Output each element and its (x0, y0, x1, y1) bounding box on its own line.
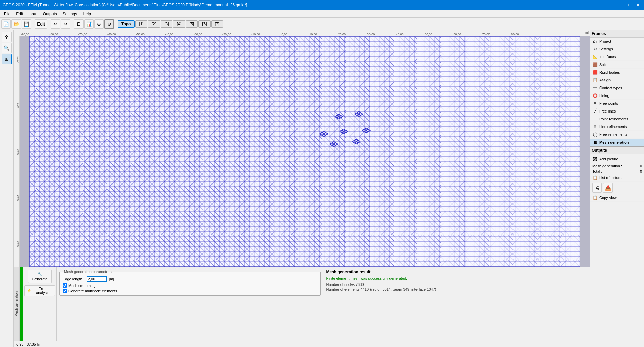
select-button[interactable]: ⊞ (2, 54, 12, 64)
tab-3[interactable]: [3] (161, 20, 172, 28)
ruler-mark-h-16: 70,00 (482, 33, 490, 36)
mesh-generation-label: Mesh generation (599, 140, 629, 144)
outputs-title: Outputs (590, 147, 644, 154)
pan-button[interactable]: ✛ (2, 32, 12, 42)
right-item-free-refinements[interactable]: ◯ Free refinements (590, 131, 644, 139)
lining-icon: ⭕ (592, 93, 598, 98)
frames-title: Frames (590, 30, 644, 38)
title-bar: GEOS 2020 - FEM (Tunnel, Water flow, Con… (0, 0, 644, 10)
edge-length-input[interactable] (87, 276, 107, 282)
tab-4[interactable]: [4] (173, 20, 185, 28)
add-picture-label: Add picture (599, 157, 618, 161)
multinode-checkbox[interactable] (63, 289, 67, 293)
ruler-mark-h-6: -30,00 (194, 33, 202, 36)
edit-button[interactable]: Edit (35, 19, 47, 29)
menu-item-help[interactable]: Help (80, 11, 94, 17)
line-refinements-icon: ⊝ (592, 124, 598, 129)
ruler-mark-h-1: -80,00 (50, 33, 58, 36)
mesh-smoothing-checkbox[interactable] (63, 283, 67, 288)
tab-1[interactable]: [1] (135, 20, 147, 28)
line-refinements-label: Line refinements (599, 125, 627, 129)
ruler-mark-h-9: 0,00 (282, 33, 288, 36)
tab-2[interactable]: [2] (148, 20, 160, 28)
right-item-mesh-generation[interactable]: ▦ Mesh generation (590, 139, 644, 146)
mesh-params-panel: Mesh generation parameters Edge length :… (57, 267, 324, 341)
menu-bar: FileEditInputOutputsSettingsHelp (0, 10, 644, 18)
ruler-mark-h-2: -70,00 (78, 33, 87, 36)
right-item-soils[interactable]: 🟫 Soils (590, 61, 644, 69)
right-item-interfaces[interactable]: 📐 Interfaces (590, 53, 644, 61)
menu-item-input[interactable]: Input (26, 11, 40, 17)
status-bar: 6,93; -37,35 [m] (14, 341, 590, 347)
menu-item-outputs[interactable]: Outputs (40, 11, 60, 17)
canvas[interactable] (20, 36, 590, 267)
canvas-container[interactable]: 10,000,00-10,00-20,00-30,00 (14, 36, 590, 267)
interfaces-label: Interfaces (599, 55, 616, 59)
total-count-row: Total : 0 (590, 169, 644, 174)
stage2-button[interactable]: ⊖ (104, 19, 114, 29)
redo-button[interactable]: ↪ (61, 19, 70, 29)
svg-rect-12 (29, 36, 580, 267)
toolbar-sep-4 (116, 20, 116, 28)
copy-view-item[interactable]: 📋 Copy view (590, 194, 644, 202)
right-item-free-points[interactable]: ✕ Free points (590, 100, 644, 107)
tab-7[interactable]: [7] (211, 20, 223, 28)
generate-button[interactable]: 🔧 Generate (28, 270, 52, 283)
zoom-button[interactable]: 🔍 (2, 43, 12, 53)
add-picture-item[interactable]: 🖼 Add picture (590, 155, 644, 163)
maximize-button[interactable]: □ (626, 2, 633, 8)
right-item-line-refinements[interactable]: ⊝ Line refinements (590, 123, 644, 131)
print-button[interactable]: 🖨 (592, 183, 602, 193)
error-analysis-button[interactable]: ⚡ Error analysis (24, 285, 55, 296)
assign-icon: 📋 (592, 78, 598, 82)
ruler-mark-h-13: 40,00 (396, 33, 404, 36)
lining-label: Lining (599, 94, 609, 98)
menu-item-edit[interactable]: Edit (13, 11, 26, 17)
template-button[interactable]: 🗒 (74, 19, 84, 29)
bottom-buttons: 🔧 Generate ⚡ Error analysis (23, 267, 57, 341)
left-toolbar: ✛ 🔍 ⊞ (0, 30, 14, 347)
open-button[interactable]: 📂 (11, 19, 21, 29)
right-item-lining[interactable]: ⭕ Lining (590, 92, 644, 100)
window-controls: ─ □ ✕ (618, 2, 641, 8)
assign-label: Assign (599, 78, 611, 82)
right-panel: Frames 🗂 Project ⚙ Settings 📐 Interfaces… (590, 30, 644, 347)
stage-button[interactable]: ⊕ (94, 19, 104, 29)
free-refinements-icon: ◯ (592, 132, 598, 137)
mesh-gen-vertical-label: Mesh generation (14, 267, 20, 341)
menu-item-file[interactable]: File (1, 11, 13, 17)
tab-6[interactable]: [6] (198, 20, 210, 28)
mesh-params-legend: Mesh generation parameters (63, 270, 113, 274)
close-button[interactable]: ✕ (635, 2, 641, 8)
tab-5[interactable]: [5] (186, 20, 198, 28)
undo-button[interactable]: ↩ (51, 19, 60, 29)
minimize-button[interactable]: ─ (618, 2, 625, 8)
save-button[interactable]: 💾 (22, 19, 31, 29)
new-button[interactable]: 📄 (1, 19, 11, 29)
toolbar: 📄 📂 💾 Edit ↩ ↪ 🗒 📊 ⊕ ⊖ Topo [1] [2] [3] … (0, 18, 644, 30)
settings-icon: ⚙ (592, 47, 598, 51)
template2-button[interactable]: 📊 (84, 19, 94, 29)
right-item-contact-types[interactable]: 〰 Contact types (590, 84, 644, 92)
tab-topo[interactable]: Topo (118, 20, 135, 28)
list-of-pictures-item[interactable]: 📋 List of pictures (590, 174, 644, 182)
right-item-settings[interactable]: ⚙ Settings (590, 45, 644, 53)
right-item-project[interactable]: 🗂 Project (590, 38, 644, 45)
toolbar-sep-2 (49, 20, 49, 28)
menu-item-settings[interactable]: Settings (60, 11, 80, 17)
export-button[interactable]: 📤 (603, 183, 613, 193)
contact-types-icon: 〰 (592, 85, 598, 90)
right-item-point-refinements[interactable]: ⊕ Point refinements (590, 115, 644, 123)
ruler-mark-h-17: 80,00 (511, 33, 519, 36)
ruler-top: [m] -90,00-80,00-70,00-60,00-50,00-40,00… (14, 30, 590, 36)
right-item-rigid-bodies[interactable]: 🟥 Rigid bodies (590, 69, 644, 76)
result-nodes: Number of nodes 7630 (326, 282, 588, 287)
right-item-assign[interactable]: 📋 Assign (590, 76, 644, 84)
right-item-free-lines[interactable]: ╱ Free lines (590, 107, 644, 115)
ruler-mark-v-3: -20,00 (14, 194, 19, 201)
ruler-mark-h-4: -50,00 (136, 33, 145, 36)
result-elements: Number of elements 4410 (region 3014, be… (326, 287, 588, 291)
ruler-mark-h-12: 30,00 (367, 33, 375, 36)
bottom-panel: Mesh generation 🔧 Generate ⚡ Error analy… (14, 267, 590, 341)
total-value: 0 (640, 169, 642, 173)
